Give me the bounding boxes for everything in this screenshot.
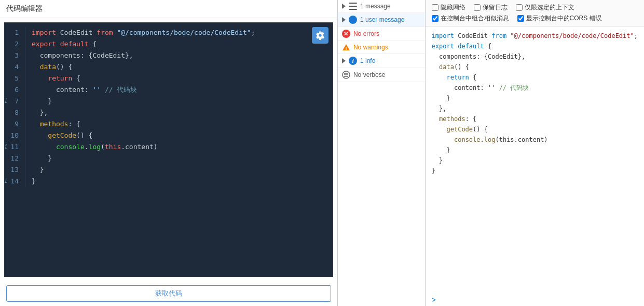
verbose-icon [342, 71, 350, 79]
middle-panel: 1 message 👤 1 user message ✕ No errors !… [338, 0, 426, 306]
info-label: 1 info [360, 57, 421, 64]
code-line-13: } [32, 164, 326, 176]
co-line-9: methods: { [432, 114, 638, 124]
code-editor-container: 1 2 3 4 5 6 7 8 9 10 11 12 13 14 import … [4, 22, 333, 277]
preserve-log-input[interactable] [474, 4, 481, 11]
list-icon [349, 3, 357, 10]
code-line-12: } [32, 153, 326, 164]
code-line-5: return { [32, 73, 326, 84]
line-numbers: 1 2 3 4 5 6 7 8 9 10 11 12 13 14 [5, 27, 25, 187]
co-line-2: export default { [432, 41, 638, 51]
right-panel: 隐藏网络 保留日志 仅限选定的上下文 在控制台中组合相似消息 显示控制台中的CO… [426, 0, 644, 306]
selected-context-label: 仅限选定的上下文 [525, 3, 574, 12]
code-line-10: getCode() { [32, 130, 326, 141]
hide-network-checkbox[interactable]: 隐藏网络 [432, 3, 465, 12]
line-num-3: 3 [9, 50, 21, 61]
gear-icon [316, 31, 325, 40]
console-prompt[interactable]: > [426, 294, 644, 306]
co-line-6: content: '' // 代码块 [432, 83, 638, 93]
expand-icon-user [342, 17, 346, 22]
co-line-12: } [432, 145, 638, 155]
show-cors-input[interactable] [517, 15, 524, 22]
code-line-7: } [32, 96, 326, 107]
line-num-14: 14 [9, 176, 21, 187]
selected-context-checkbox[interactable]: 仅限选定的上下文 [516, 3, 574, 12]
show-cors-label: 显示控制台中的CORS 错误 [526, 14, 602, 23]
info-icon: i [349, 57, 357, 65]
hide-network-label: 隐藏网络 [441, 3, 465, 12]
co-line-1: import CodeEdit from "@/components/bode/… [432, 31, 638, 41]
group-similar-label: 在控制台中组合相似消息 [441, 14, 509, 23]
co-line-14: } [432, 166, 638, 176]
co-line-3: components: {CodeEdit}, [432, 51, 638, 62]
console-item-verbose[interactable]: No verbose [338, 68, 425, 82]
group-similar-checkbox[interactable]: 在控制台中组合相似消息 [432, 14, 509, 23]
warnings-label: No warnings [353, 44, 421, 51]
code-line-14: } [32, 176, 326, 187]
get-code-button[interactable]: 获取代码 [6, 285, 331, 302]
line-num-11: 11 [9, 141, 21, 153]
code-lines: import CodeEdit from "@/components/bode/… [25, 27, 333, 187]
line-num-8: 8 [9, 107, 21, 118]
line-num-5: 5 [9, 73, 21, 84]
code-line-9: methods: { [32, 118, 326, 130]
user-icon: 👤 [349, 16, 357, 24]
co-line-5: return { [432, 72, 638, 83]
co-line-4: data() { [432, 62, 638, 72]
line-num-10: 10 [9, 130, 21, 141]
group-similar-input[interactable] [432, 15, 439, 22]
console-item-warnings[interactable]: ! No warnings [338, 41, 425, 54]
co-line-8: }, [432, 103, 638, 114]
line-num-2: 2 [9, 38, 21, 50]
error-icon: ✕ [342, 30, 350, 38]
line-num-6: 6 [9, 84, 21, 96]
line-num-1: 1 [9, 27, 21, 38]
line-num-13: 13 [9, 164, 21, 176]
gear-button[interactable] [312, 27, 328, 44]
line-num-9: 9 [9, 118, 21, 130]
console-item-errors[interactable]: ✕ No errors [338, 27, 425, 41]
verbose-label: No verbose [353, 71, 421, 78]
code-line-3: components: {CodeEdit}, [32, 50, 326, 61]
console-output: import CodeEdit from "@/components/bode/… [426, 26, 644, 294]
line-num-7: 7 [9, 96, 21, 107]
warning-icon: ! [342, 44, 350, 51]
show-cors-checkbox[interactable]: 显示控制台中的CORS 错误 [517, 14, 602, 23]
selected-context-input[interactable] [516, 4, 523, 11]
code-line-2: export default { [32, 38, 326, 50]
hide-network-input[interactable] [432, 4, 439, 11]
preserve-log-label: 保留日志 [483, 3, 508, 12]
code-area[interactable]: 1 2 3 4 5 6 7 8 9 10 11 12 13 14 import … [5, 23, 333, 191]
console-item-info[interactable]: i 1 info [338, 54, 425, 68]
console-item-messages[interactable]: 1 message [338, 0, 425, 13]
settings-bar: 隐藏网络 保留日志 仅限选定的上下文 在控制台中组合相似消息 显示控制台中的CO… [426, 0, 644, 26]
expand-icon [342, 4, 346, 9]
user-message-label: 1 user message [360, 16, 421, 23]
co-line-11: console.log(this.content) [432, 135, 638, 145]
code-line-11: console.log(this.content) [32, 141, 326, 153]
co-line-13: } [432, 155, 638, 166]
code-line-8: }, [32, 107, 326, 118]
line-num-4: 4 [9, 61, 21, 73]
console-item-user-message[interactable]: 👤 1 user message [338, 13, 425, 27]
preserve-log-checkbox[interactable]: 保留日志 [474, 3, 508, 12]
errors-label: No errors [353, 30, 421, 37]
code-line-4: data() { [32, 61, 326, 73]
code-line-6: content: '' // 代码块 [32, 84, 326, 96]
expand-icon-info [342, 58, 346, 63]
editor-title: 代码编辑器 [0, 0, 337, 18]
line-num-12: 12 [9, 153, 21, 164]
co-line-10: getCode() { [432, 124, 638, 135]
code-line-1: import CodeEdit from "@/components/bode/… [32, 27, 326, 38]
co-line-7: } [432, 93, 638, 103]
svg-text:!: ! [345, 46, 347, 51]
messages-label: 1 message [360, 3, 421, 10]
left-panel: 代码编辑器 1 2 3 4 5 6 7 8 9 10 11 12 13 14 [0, 0, 338, 306]
